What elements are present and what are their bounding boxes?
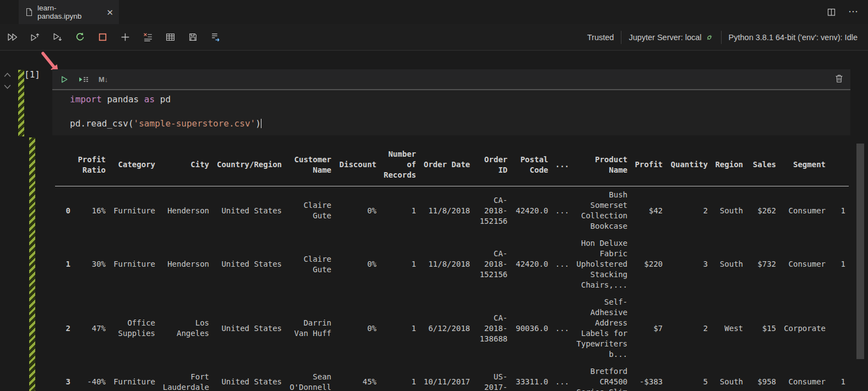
table-cell: Los Angeles [159, 294, 212, 363]
table-cell: United States [212, 235, 285, 294]
table-row: 3-40%FurnitureFort LauderdaleUnited Stat… [55, 363, 849, 391]
server-connected-icon [706, 33, 714, 41]
table-cell: 16% [74, 186, 109, 235]
table-cell: $7 [631, 294, 666, 363]
code-editor[interactable]: import pandas as pd pd.read_csv('sample-… [52, 90, 850, 135]
table-cell: 1 [829, 186, 849, 235]
kernel-status[interactable]: Python 3.8.1 64-bit ('env': venv): Idle [722, 24, 865, 50]
table-cell: $262 [746, 186, 779, 235]
column-header: Discount [335, 146, 380, 186]
column-header: Country/Region [212, 146, 285, 186]
run-below-icon[interactable] [78, 75, 89, 84]
jupyter-server-label: Jupyter Server: local [629, 33, 701, 42]
trusted-status[interactable]: Trusted [580, 24, 621, 50]
table-row: 130%FurnitureHendersonUnited StatesClair… [55, 235, 849, 294]
jupyter-server-status[interactable]: Jupyter Server: local [621, 24, 720, 50]
table-cell: Claire Gute [285, 235, 335, 294]
code-lines: import pandas as pd pd.read_csv('sample-… [70, 93, 850, 130]
run-cells-above-button[interactable] [30, 32, 40, 42]
expand-cell-button[interactable] [3, 84, 12, 90]
table-cell: 1 [380, 363, 419, 391]
tab-bar: learn-pandas.ipynb ✕ ⋯ [0, 0, 868, 24]
table-cell: 90036.0 [511, 294, 552, 363]
table-cell: 3 [666, 235, 711, 294]
table-cell: ... [552, 186, 572, 235]
table-cell: Bretford CR4500 Series Slim [572, 363, 631, 391]
row-index: 1 [55, 235, 74, 294]
table-cell: $15 [746, 294, 779, 363]
notebook-scrollbar[interactable] [856, 144, 864, 359]
column-header: Quantity [666, 146, 711, 186]
clear-outputs-button[interactable] [143, 32, 153, 42]
run-all-button[interactable] [7, 32, 18, 42]
cell-toolbar: M↓ [52, 69, 850, 89]
delete-cell-icon[interactable] [834, 74, 844, 84]
add-cell-button[interactable] [120, 32, 130, 42]
column-header: Sales [746, 146, 779, 186]
table-cell: 1 [380, 235, 419, 294]
table-cell: Bush Somerset Collection Bookcase [572, 186, 631, 235]
table-cell: South [711, 235, 746, 294]
collapse-cell-button[interactable] [3, 71, 12, 78]
tab-close-icon[interactable]: ✕ [106, 8, 113, 16]
table-cell: 42420.0 [511, 235, 552, 294]
table-cell: CA-2018-152156 [473, 235, 511, 294]
table-cell: ... [552, 294, 572, 363]
column-header: Profit [631, 146, 666, 186]
column-header: Region [711, 146, 746, 186]
notebook-body: [1] M↓ import pandas as pd pd.read_csv('… [0, 51, 868, 391]
run-cell-and-below-button[interactable] [52, 32, 63, 42]
table-cell: 1 [829, 235, 849, 294]
code-line: pd.read_csv('sample-superstore.csv') [70, 118, 850, 130]
cell-output: Profit RatioCategoryCityCountry/RegionCu… [55, 146, 849, 391]
column-header [55, 146, 74, 186]
interrupt-kernel-icon[interactable] [97, 32, 108, 42]
text-cursor [261, 119, 262, 128]
table-cell: Sean O'Donnell [285, 363, 335, 391]
column-header: Profit Ratio [74, 146, 109, 186]
table-cell: 30% [74, 235, 109, 294]
column-header: City [159, 146, 212, 186]
table-cell: Furniture [109, 363, 159, 391]
export-icon[interactable] [210, 32, 221, 42]
markdown-toggle-button[interactable]: M↓ [99, 75, 108, 84]
restart-kernel-icon[interactable] [75, 32, 85, 42]
dataframe-table: Profit RatioCategoryCityCountry/RegionCu… [55, 146, 849, 391]
tab-title: learn-pandas.ipynb [37, 4, 100, 20]
row-index: 3 [55, 363, 74, 391]
table-cell: 11/8/2018 [419, 235, 473, 294]
column-header: Product Name [572, 146, 631, 186]
table-cell: Claire Gute [285, 186, 335, 235]
save-icon[interactable] [188, 32, 198, 42]
run-cell-button[interactable] [59, 75, 69, 84]
table-cell: South [711, 363, 746, 391]
table-cell: Consumer [779, 186, 829, 235]
table-cell: 1 [380, 294, 419, 363]
notebook-toolbar: Trusted Jupyter Server: local Python 3.8… [0, 24, 868, 51]
kernel-label: Python 3.8.1 64-bit ('env': venv): Idle [729, 33, 858, 42]
more-actions-icon[interactable]: ⋯ [848, 10, 859, 14]
table-cell: Furniture [109, 235, 159, 294]
column-header: Number of Records [380, 146, 419, 186]
file-icon [24, 8, 33, 16]
split-editor-icon[interactable] [827, 8, 836, 17]
header-row: Profit RatioCategoryCityCountry/RegionCu… [55, 146, 849, 186]
table-cell: Consumer [779, 235, 829, 294]
table-cell: Hon Deluxe Fabric Upholstered Stacking C… [572, 235, 631, 294]
table-cell: 47% [74, 294, 109, 363]
table-cell: 11/8/2018 [419, 186, 473, 235]
table-cell: 2 [666, 294, 711, 363]
column-header: Order ID [473, 146, 511, 186]
table-cell: 42420.0 [511, 186, 552, 235]
table-cell: 45% [335, 363, 380, 391]
table-cell: 5 [666, 363, 711, 391]
column-header: Order Date [419, 146, 473, 186]
cell-modified-indicator [18, 70, 24, 136]
table-cell: US-2017- [473, 363, 511, 391]
tab-learn-pandas[interactable]: learn-pandas.ipynb ✕ [19, 0, 119, 24]
trusted-label: Trusted [587, 33, 614, 42]
table-cell: Office Supplies [109, 294, 159, 363]
variables-table-icon[interactable] [165, 32, 176, 42]
column-header: ... [552, 146, 572, 186]
table-cell: CA-2018-152156 [473, 186, 511, 235]
